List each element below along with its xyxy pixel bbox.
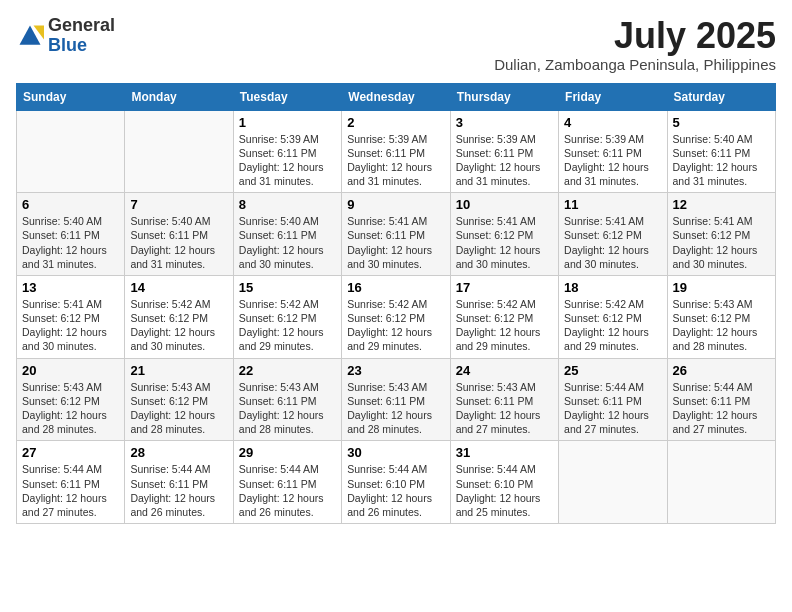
calendar-cell: 19Sunrise: 5:43 AM Sunset: 6:12 PM Dayli… (667, 275, 775, 358)
day-info: Sunrise: 5:43 AM Sunset: 6:11 PM Dayligh… (239, 380, 336, 437)
day-info: Sunrise: 5:41 AM Sunset: 6:12 PM Dayligh… (673, 214, 770, 271)
calendar-cell: 4Sunrise: 5:39 AM Sunset: 6:11 PM Daylig… (559, 110, 667, 193)
title-area: July 2025 Dulian, Zamboanga Peninsula, P… (494, 16, 776, 73)
calendar-cell: 20Sunrise: 5:43 AM Sunset: 6:12 PM Dayli… (17, 358, 125, 441)
weekday-header-row: SundayMondayTuesdayWednesdayThursdayFrid… (17, 83, 776, 110)
day-number: 26 (673, 363, 770, 378)
day-info: Sunrise: 5:44 AM Sunset: 6:11 PM Dayligh… (130, 462, 227, 519)
calendar-cell: 17Sunrise: 5:42 AM Sunset: 6:12 PM Dayli… (450, 275, 558, 358)
calendar-cell: 9Sunrise: 5:41 AM Sunset: 6:11 PM Daylig… (342, 193, 450, 276)
day-info: Sunrise: 5:43 AM Sunset: 6:11 PM Dayligh… (456, 380, 553, 437)
calendar-cell: 5Sunrise: 5:40 AM Sunset: 6:11 PM Daylig… (667, 110, 775, 193)
day-info: Sunrise: 5:40 AM Sunset: 6:11 PM Dayligh… (239, 214, 336, 271)
day-number: 21 (130, 363, 227, 378)
day-info: Sunrise: 5:43 AM Sunset: 6:11 PM Dayligh… (347, 380, 444, 437)
day-number: 24 (456, 363, 553, 378)
calendar-cell: 30Sunrise: 5:44 AM Sunset: 6:10 PM Dayli… (342, 441, 450, 524)
calendar-week-row: 1Sunrise: 5:39 AM Sunset: 6:11 PM Daylig… (17, 110, 776, 193)
day-number: 12 (673, 197, 770, 212)
day-number: 17 (456, 280, 553, 295)
day-info: Sunrise: 5:43 AM Sunset: 6:12 PM Dayligh… (673, 297, 770, 354)
logo-icon (16, 22, 44, 50)
day-number: 18 (564, 280, 661, 295)
day-number: 19 (673, 280, 770, 295)
day-number: 4 (564, 115, 661, 130)
day-number: 1 (239, 115, 336, 130)
day-number: 20 (22, 363, 119, 378)
calendar-table: SundayMondayTuesdayWednesdayThursdayFrid… (16, 83, 776, 524)
day-info: Sunrise: 5:43 AM Sunset: 6:12 PM Dayligh… (130, 380, 227, 437)
calendar-cell: 13Sunrise: 5:41 AM Sunset: 6:12 PM Dayli… (17, 275, 125, 358)
day-info: Sunrise: 5:42 AM Sunset: 6:12 PM Dayligh… (130, 297, 227, 354)
day-info: Sunrise: 5:44 AM Sunset: 6:10 PM Dayligh… (347, 462, 444, 519)
calendar-cell (667, 441, 775, 524)
day-number: 13 (22, 280, 119, 295)
calendar-cell (17, 110, 125, 193)
day-info: Sunrise: 5:40 AM Sunset: 6:11 PM Dayligh… (130, 214, 227, 271)
calendar-week-row: 20Sunrise: 5:43 AM Sunset: 6:12 PM Dayli… (17, 358, 776, 441)
calendar-cell: 2Sunrise: 5:39 AM Sunset: 6:11 PM Daylig… (342, 110, 450, 193)
weekday-header-cell: Thursday (450, 83, 558, 110)
calendar-week-row: 27Sunrise: 5:44 AM Sunset: 6:11 PM Dayli… (17, 441, 776, 524)
day-number: 7 (130, 197, 227, 212)
day-number: 23 (347, 363, 444, 378)
day-number: 25 (564, 363, 661, 378)
day-info: Sunrise: 5:42 AM Sunset: 6:12 PM Dayligh… (456, 297, 553, 354)
logo: General Blue (16, 16, 115, 56)
day-info: Sunrise: 5:39 AM Sunset: 6:11 PM Dayligh… (347, 132, 444, 189)
calendar-cell: 24Sunrise: 5:43 AM Sunset: 6:11 PM Dayli… (450, 358, 558, 441)
day-info: Sunrise: 5:39 AM Sunset: 6:11 PM Dayligh… (456, 132, 553, 189)
day-number: 2 (347, 115, 444, 130)
calendar-cell: 8Sunrise: 5:40 AM Sunset: 6:11 PM Daylig… (233, 193, 341, 276)
header: General Blue July 2025 Dulian, Zamboanga… (16, 16, 776, 73)
calendar-cell: 25Sunrise: 5:44 AM Sunset: 6:11 PM Dayli… (559, 358, 667, 441)
day-number: 16 (347, 280, 444, 295)
day-number: 31 (456, 445, 553, 460)
day-number: 15 (239, 280, 336, 295)
day-info: Sunrise: 5:41 AM Sunset: 6:12 PM Dayligh… (456, 214, 553, 271)
day-number: 8 (239, 197, 336, 212)
calendar-cell: 3Sunrise: 5:39 AM Sunset: 6:11 PM Daylig… (450, 110, 558, 193)
calendar-cell: 18Sunrise: 5:42 AM Sunset: 6:12 PM Dayli… (559, 275, 667, 358)
weekday-header-cell: Sunday (17, 83, 125, 110)
day-number: 11 (564, 197, 661, 212)
weekday-header-cell: Tuesday (233, 83, 341, 110)
day-info: Sunrise: 5:43 AM Sunset: 6:12 PM Dayligh… (22, 380, 119, 437)
day-info: Sunrise: 5:44 AM Sunset: 6:11 PM Dayligh… (673, 380, 770, 437)
calendar-cell: 21Sunrise: 5:43 AM Sunset: 6:12 PM Dayli… (125, 358, 233, 441)
calendar-cell: 1Sunrise: 5:39 AM Sunset: 6:11 PM Daylig… (233, 110, 341, 193)
calendar-cell: 14Sunrise: 5:42 AM Sunset: 6:12 PM Dayli… (125, 275, 233, 358)
calendar-cell: 23Sunrise: 5:43 AM Sunset: 6:11 PM Dayli… (342, 358, 450, 441)
day-number: 29 (239, 445, 336, 460)
logo-general-text: General (48, 16, 115, 36)
calendar-cell: 12Sunrise: 5:41 AM Sunset: 6:12 PM Dayli… (667, 193, 775, 276)
calendar-cell: 7Sunrise: 5:40 AM Sunset: 6:11 PM Daylig… (125, 193, 233, 276)
calendar-week-row: 6Sunrise: 5:40 AM Sunset: 6:11 PM Daylig… (17, 193, 776, 276)
day-info: Sunrise: 5:42 AM Sunset: 6:12 PM Dayligh… (239, 297, 336, 354)
calendar-cell: 15Sunrise: 5:42 AM Sunset: 6:12 PM Dayli… (233, 275, 341, 358)
day-info: Sunrise: 5:44 AM Sunset: 6:11 PM Dayligh… (239, 462, 336, 519)
day-info: Sunrise: 5:42 AM Sunset: 6:12 PM Dayligh… (564, 297, 661, 354)
day-number: 30 (347, 445, 444, 460)
weekday-header-cell: Friday (559, 83, 667, 110)
calendar-cell: 29Sunrise: 5:44 AM Sunset: 6:11 PM Dayli… (233, 441, 341, 524)
day-info: Sunrise: 5:41 AM Sunset: 6:12 PM Dayligh… (22, 297, 119, 354)
day-info: Sunrise: 5:41 AM Sunset: 6:12 PM Dayligh… (564, 214, 661, 271)
calendar-cell: 10Sunrise: 5:41 AM Sunset: 6:12 PM Dayli… (450, 193, 558, 276)
weekday-header-cell: Saturday (667, 83, 775, 110)
day-number: 5 (673, 115, 770, 130)
weekday-header-cell: Wednesday (342, 83, 450, 110)
day-info: Sunrise: 5:44 AM Sunset: 6:10 PM Dayligh… (456, 462, 553, 519)
calendar-cell: 31Sunrise: 5:44 AM Sunset: 6:10 PM Dayli… (450, 441, 558, 524)
day-number: 10 (456, 197, 553, 212)
day-info: Sunrise: 5:39 AM Sunset: 6:11 PM Dayligh… (239, 132, 336, 189)
day-number: 14 (130, 280, 227, 295)
location-title: Dulian, Zamboanga Peninsula, Philippines (494, 56, 776, 73)
day-info: Sunrise: 5:44 AM Sunset: 6:11 PM Dayligh… (22, 462, 119, 519)
day-info: Sunrise: 5:39 AM Sunset: 6:11 PM Dayligh… (564, 132, 661, 189)
calendar-cell: 11Sunrise: 5:41 AM Sunset: 6:12 PM Dayli… (559, 193, 667, 276)
calendar-cell: 26Sunrise: 5:44 AM Sunset: 6:11 PM Dayli… (667, 358, 775, 441)
calendar-cell (559, 441, 667, 524)
calendar-cell: 16Sunrise: 5:42 AM Sunset: 6:12 PM Dayli… (342, 275, 450, 358)
month-title: July 2025 (494, 16, 776, 56)
